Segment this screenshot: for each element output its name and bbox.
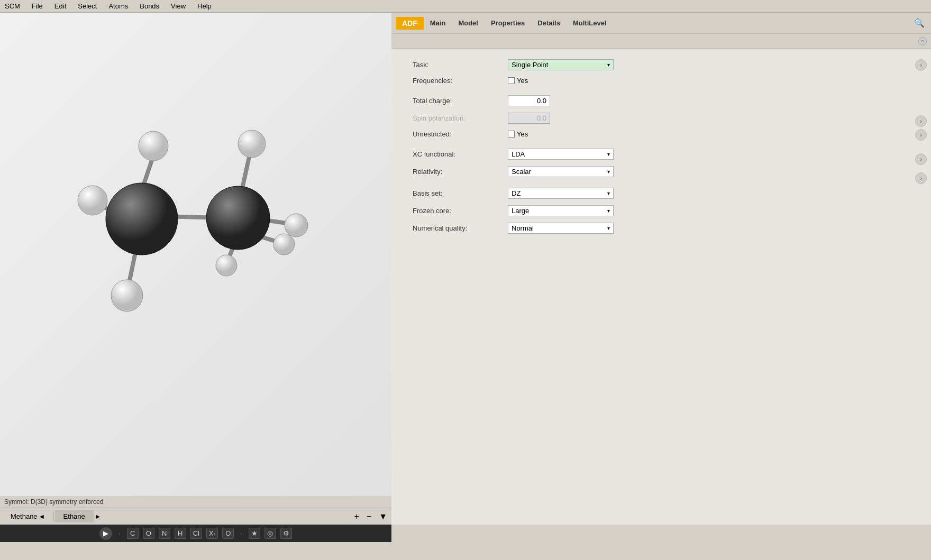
panel-header: ADF Main Model Properties Details MultiL… <box>391 13 931 34</box>
menu-select[interactable]: Select <box>76 2 98 11</box>
menu-scm[interactable]: SCM <box>3 2 22 11</box>
nav-details[interactable]: Details <box>531 17 567 29</box>
element-h-btn[interactable]: H <box>175 528 186 539</box>
menu-help[interactable]: Help <box>196 2 213 11</box>
relativity-control: Scalar ▾ <box>508 166 614 177</box>
menu-atoms[interactable]: Atoms <box>107 2 130 11</box>
task-control: Single Point ▾ <box>508 59 614 70</box>
search-icon[interactable]: 🔍 <box>912 16 927 30</box>
frozen-core-dropdown[interactable]: Large ▾ <box>508 205 614 216</box>
nav-properties[interactable]: Properties <box>485 17 531 29</box>
tab-controls: + − ▼ <box>352 512 389 521</box>
task-nav-arrow[interactable]: › <box>915 59 927 71</box>
svg-point-8 <box>78 186 107 215</box>
basis-set-control: DZ ▾ <box>508 188 614 199</box>
frozen-core-control: Large ▾ <box>508 205 614 216</box>
xc-functional-dropdown[interactable]: LDA ▾ <box>508 149 614 160</box>
menu-view[interactable]: View <box>169 2 187 11</box>
symmetry-label: Symmol: D(3D) symmetry enforced <box>0 496 391 508</box>
viewer-canvas: Symmol: D(3D) symmetry enforced <box>0 13 391 508</box>
numerical-quality-dropdown[interactable]: Normal ▾ <box>508 223 614 234</box>
task-row: Task: Single Point ▾ <box>413 59 894 70</box>
relativity-dropdown[interactable]: Scalar ▾ <box>508 166 614 177</box>
element-x-btn[interactable]: X· <box>206 528 218 539</box>
svg-point-9 <box>139 131 168 161</box>
unrestricted-row: Unrestricted: Yes <box>413 130 894 138</box>
element-o-btn[interactable]: O <box>143 528 154 539</box>
numerical-quality-value: Normal <box>512 224 534 232</box>
spin-polarization-row: Spin polarization: <box>413 113 894 124</box>
tab-right-arrow[interactable]: ▶ <box>94 513 102 519</box>
tab-add-btn[interactable]: + <box>352 512 361 521</box>
panel-content-wrapper: Task: Single Point ▾ Frequencies: Yes <box>391 49 931 525</box>
numerical-nav-arrow[interactable]: › <box>915 172 927 184</box>
svg-point-10 <box>111 280 143 311</box>
xc-functional-control: LDA ▾ <box>508 149 614 160</box>
element-n-btn[interactable]: N <box>159 528 170 539</box>
tab-methane-label: Methane <box>11 512 38 520</box>
task-value: Single Point <box>512 61 548 69</box>
settings-btn[interactable]: ⚙ <box>280 528 292 539</box>
molecule-container <box>0 13 391 508</box>
svg-point-13 <box>238 130 266 158</box>
relativity-row: Relativity: Scalar ▾ <box>413 166 894 177</box>
svg-point-16 <box>273 234 295 255</box>
basis-set-value: DZ <box>512 189 521 197</box>
total-charge-control <box>508 95 550 106</box>
panel-subheader: ○ <box>391 34 931 49</box>
xc-functional-row: XC functional: LDA ▾ <box>413 149 894 160</box>
viewer-panel: Symmol: D(3D) symmetry enforced Methane … <box>0 13 391 525</box>
menu-edit[interactable]: Edit <box>53 2 68 11</box>
task-label: Task: <box>413 61 508 69</box>
unrestricted-control: Yes <box>508 130 528 138</box>
basis-set-dropdown[interactable]: DZ ▾ <box>508 188 614 199</box>
star-btn[interactable]: ★ <box>249 528 260 539</box>
basis-nav-arrow[interactable]: › <box>915 153 927 165</box>
spin-polarization-control <box>508 113 550 124</box>
element-o2-btn[interactable]: O <box>222 528 234 539</box>
menubar: SCM File Edit Select Atoms Bonds View He… <box>0 0 931 13</box>
unrestricted-checkbox[interactable] <box>508 131 515 137</box>
numerical-quality-arrow: ▾ <box>607 225 610 231</box>
xc-functional-arrow: ▾ <box>607 151 610 157</box>
menu-bonds[interactable]: Bonds <box>138 2 161 11</box>
menu-file[interactable]: File <box>30 2 44 11</box>
panel-right-arrows: › › › › › <box>915 49 931 525</box>
tab-ethane-label: Ethane <box>63 512 85 520</box>
task-dropdown[interactable]: Single Point ▾ <box>508 59 614 70</box>
spin-polarization-label: Spin polarization: <box>413 114 508 122</box>
xc-functional-label: XC functional: <box>413 150 508 158</box>
play-button[interactable]: ▶ <box>99 527 112 540</box>
nav-multilevel[interactable]: MultiLevel <box>567 17 613 29</box>
relativity-value: Scalar <box>512 168 531 176</box>
svg-point-12 <box>206 186 270 250</box>
frequencies-checkbox[interactable] <box>508 77 515 84</box>
frozen-core-arrow: ▾ <box>607 208 610 214</box>
numerical-quality-label: Numerical quality: <box>413 224 508 232</box>
unrestricted-yes-label: Yes <box>517 130 528 138</box>
tab-methane[interactable]: Methane ◀ <box>2 510 52 522</box>
frequencies-row: Frequencies: Yes <box>413 77 894 85</box>
svg-point-15 <box>216 255 237 276</box>
numerical-quality-row: Numerical quality: Normal ▾ <box>413 223 894 234</box>
nav-main[interactable]: Main <box>424 17 452 29</box>
total-charge-input[interactable] <box>508 95 550 106</box>
circle-indicator[interactable]: ○ <box>918 37 927 45</box>
relativity-nav-arrow[interactable]: › <box>915 129 927 141</box>
total-charge-label: Total charge: <box>413 97 508 105</box>
relativity-label: Relativity: <box>413 168 508 176</box>
svg-point-14 <box>285 214 308 237</box>
element-cl-btn[interactable]: Cl <box>190 528 202 539</box>
nav-model[interactable]: Model <box>452 17 485 29</box>
element-c-btn[interactable]: C <box>127 528 139 539</box>
xc-nav-arrow[interactable]: › <box>915 115 927 127</box>
measure-btn[interactable]: ◎ <box>264 528 276 539</box>
frozen-core-label: Frozen core: <box>413 207 508 215</box>
tab-remove-btn[interactable]: − <box>364 512 373 521</box>
adf-tab[interactable]: ADF <box>396 17 424 30</box>
spin-polarization-input <box>508 113 550 124</box>
tab-dropdown-btn[interactable]: ▼ <box>377 512 389 521</box>
tab-ethane[interactable]: Ethane <box>55 510 94 522</box>
frequencies-label: Frequencies: <box>413 77 508 85</box>
right-panel: ADF Main Model Properties Details MultiL… <box>391 13 931 525</box>
